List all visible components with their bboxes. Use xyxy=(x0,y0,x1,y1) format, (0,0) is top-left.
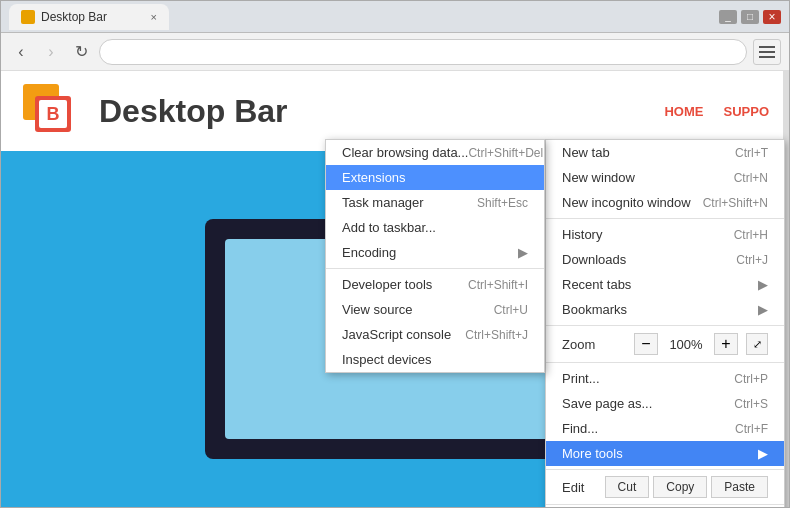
submenu-item-jsconsole[interactable]: JavaScript console Ctrl+Shift+J xyxy=(326,322,544,347)
copy-btn[interactable]: Copy xyxy=(653,476,707,498)
nav-link-support[interactable]: SUPPO xyxy=(723,104,769,119)
logo-inner: B xyxy=(39,100,67,128)
menu-item-moretools[interactable]: More tools ▶ xyxy=(546,441,784,466)
menu-item-downloads[interactable]: Downloads Ctrl+J xyxy=(546,247,784,272)
submenu-divider-1 xyxy=(326,268,544,269)
submenu-item-taskmanager[interactable]: Task manager Shift+Esc xyxy=(326,190,544,215)
menu-item-history[interactable]: History Ctrl+H xyxy=(546,222,784,247)
menu-item-incognito[interactable]: New incognito window Ctrl+Shift+N xyxy=(546,190,784,215)
menu-divider-4 xyxy=(546,469,784,470)
zoom-label: Zoom xyxy=(562,337,626,352)
submenu-item-viewsource[interactable]: View source Ctrl+U xyxy=(326,297,544,322)
nav-link-home[interactable]: HOME xyxy=(664,104,703,119)
submenu-item-extensions[interactable]: Extensions xyxy=(326,165,544,190)
address-bar[interactable] xyxy=(99,39,747,65)
submenu-item-encoding[interactable]: Encoding ▶ xyxy=(326,240,544,265)
maximize-btn[interactable]: □ xyxy=(741,10,759,24)
menu-item-find[interactable]: Find... Ctrl+F xyxy=(546,416,784,441)
menu-item-newtab[interactable]: New tab Ctrl+T xyxy=(546,140,784,165)
submenu-item-addtaskbar[interactable]: Add to taskbar... xyxy=(326,215,544,240)
zoom-value: 100% xyxy=(666,337,706,352)
menu-item-print[interactable]: Print... Ctrl+P xyxy=(546,366,784,391)
title-bar: Desktop Bar × _ □ × xyxy=(1,1,789,33)
tab-close-btn[interactable]: × xyxy=(151,11,157,23)
submenu-item-devtools[interactable]: Developer tools Ctrl+Shift+I xyxy=(326,272,544,297)
menu-divider-1 xyxy=(546,218,784,219)
chrome-menu: New tab Ctrl+T New window Ctrl+N New inc… xyxy=(545,139,785,507)
zoom-plus-btn[interactable]: + xyxy=(714,333,738,355)
submenu-item-clear[interactable]: Clear browsing data... Ctrl+Shift+Del xyxy=(326,140,544,165)
edit-row: Edit Cut Copy Paste xyxy=(546,473,784,501)
menu-divider-2 xyxy=(546,325,784,326)
page-content: B Desktop Bar HOME SUPPO Clear browsing … xyxy=(1,71,789,507)
refresh-btn[interactable]: ↻ xyxy=(69,40,93,64)
submenu-item-inspect[interactable]: Inspect devices xyxy=(326,347,544,372)
cut-btn[interactable]: Cut xyxy=(605,476,650,498)
title-bar-controls: _ □ × xyxy=(719,10,781,24)
logo-d: B xyxy=(47,104,60,125)
zoom-row: Zoom − 100% + ⤢ xyxy=(546,329,784,359)
browser-tab[interactable]: Desktop Bar × xyxy=(9,4,169,30)
zoom-minus-btn[interactable]: − xyxy=(634,333,658,355)
nav-bar: ‹ › ↻ xyxy=(1,33,789,71)
close-btn[interactable]: × xyxy=(763,10,781,24)
minimize-btn[interactable]: _ xyxy=(719,10,737,24)
menu-divider-5 xyxy=(546,504,784,505)
menu-item-bookmarks[interactable]: Bookmarks ▶ xyxy=(546,297,784,322)
page-nav-links: HOME SUPPO xyxy=(664,104,769,119)
edit-label: Edit xyxy=(562,480,601,495)
forward-btn[interactable]: › xyxy=(39,40,63,64)
logo-text: Desktop Bar xyxy=(99,93,288,130)
tab-favicon xyxy=(21,10,35,24)
tab-title: Desktop Bar xyxy=(41,10,107,24)
chrome-menu-btn[interactable] xyxy=(753,39,781,65)
paste-btn[interactable]: Paste xyxy=(711,476,768,498)
logo-box: B xyxy=(21,82,79,140)
menu-divider-3 xyxy=(546,362,784,363)
zoom-expand-btn[interactable]: ⤢ xyxy=(746,333,768,355)
sub-menu: Clear browsing data... Ctrl+Shift+Del Ex… xyxy=(325,139,545,373)
menu-item-savepage[interactable]: Save page as... Ctrl+S xyxy=(546,391,784,416)
menu-item-recenttabs[interactable]: Recent tabs ▶ xyxy=(546,272,784,297)
browser-window: Desktop Bar × _ □ × ‹ › ↻ B De xyxy=(0,0,790,508)
back-btn[interactable]: ‹ xyxy=(9,40,33,64)
menu-item-newwindow[interactable]: New window Ctrl+N xyxy=(546,165,784,190)
